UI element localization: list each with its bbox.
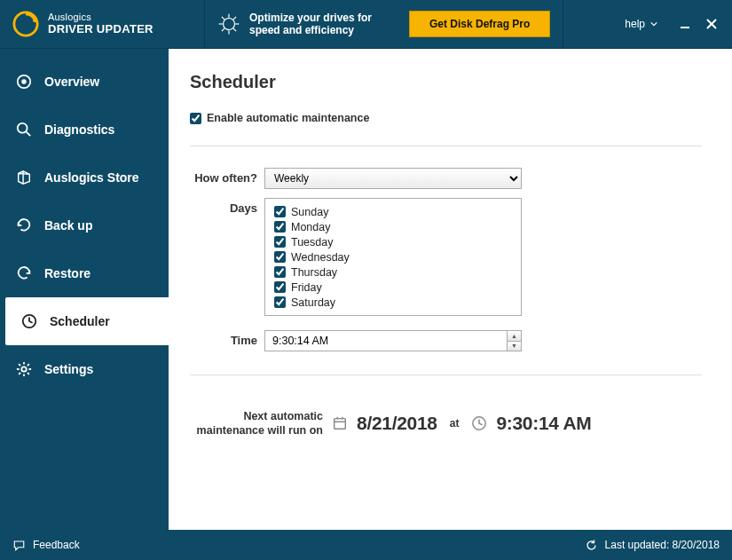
svg-point-16 <box>18 123 28 133</box>
last-updated: Last updated: 8/20/2018 <box>585 539 720 552</box>
product-name: DRIVER UPDATER <box>48 23 153 36</box>
day-row-sunday[interactable]: Sunday <box>274 204 512 219</box>
brand-name: Auslogics <box>48 12 153 23</box>
svg-line-10 <box>233 17 236 20</box>
target-icon <box>16 74 32 90</box>
header: Auslogics DRIVER UPDATER Optimize your d… <box>0 0 732 49</box>
day-checkbox[interactable] <box>274 251 286 263</box>
backup-icon <box>16 217 32 233</box>
day-checkbox[interactable] <box>274 266 286 278</box>
sidebar-item-overview[interactable]: Overview <box>0 58 169 106</box>
refresh-icon <box>585 539 598 552</box>
how-often-label: How often? <box>190 168 264 185</box>
feedback-link[interactable]: Feedback <box>12 539 80 552</box>
day-label: Thursday <box>291 266 337 279</box>
svg-point-0 <box>14 12 37 35</box>
speech-bubble-icon <box>12 539 26 552</box>
day-label: Monday <box>291 221 330 233</box>
day-row-wednesday[interactable]: Wednesday <box>274 249 512 264</box>
sidebar: Overview Diagnostics Auslogics Store Bac… <box>0 49 169 530</box>
sidebar-item-label: Back up <box>44 218 92 233</box>
svg-line-9 <box>222 28 224 31</box>
store-icon <box>16 170 32 185</box>
svg-line-8 <box>233 28 236 31</box>
minimize-button[interactable] <box>677 16 693 32</box>
day-row-tuesday[interactable]: Tuesday <box>274 234 512 249</box>
sidebar-item-diagnostics[interactable]: Diagnostics <box>0 106 169 154</box>
svg-line-17 <box>27 132 31 137</box>
last-updated-label: Last updated: 8/20/2018 <box>605 539 720 551</box>
day-row-friday[interactable]: Friday <box>274 280 512 295</box>
page-title: Scheduler <box>190 72 702 92</box>
logo-area: Auslogics DRIVER UPDATER <box>0 11 204 37</box>
sidebar-item-label: Settings <box>44 362 93 376</box>
days-label: Days <box>190 198 264 215</box>
enable-maintenance-checkbox[interactable] <box>190 113 201 124</box>
gear-icon <box>16 361 32 377</box>
next-run-time: 9:30:14 AM <box>496 413 591 434</box>
day-label: Friday <box>291 281 322 294</box>
time-up-button[interactable]: ▲ <box>508 331 521 342</box>
logo-text: Auslogics DRIVER UPDATER <box>48 12 153 36</box>
search-icon <box>16 122 32 138</box>
promo-banner: Optimize your drives for speed and effic… <box>204 0 563 48</box>
close-button[interactable] <box>704 16 720 32</box>
divider <box>190 146 702 146</box>
sidebar-item-label: Auslogics Store <box>44 170 139 185</box>
day-checkbox[interactable] <box>274 236 286 248</box>
calendar-icon <box>332 415 348 431</box>
window-controls <box>677 16 732 32</box>
day-checkbox[interactable] <box>274 296 286 308</box>
day-checkbox[interactable] <box>274 206 286 217</box>
day-label: Wednesday <box>291 251 350 264</box>
day-label: Saturday <box>291 296 335 309</box>
promo-text: Optimize your drives for speed and effic… <box>249 12 400 37</box>
day-checkbox[interactable] <box>274 281 286 293</box>
clock-icon <box>471 415 487 431</box>
sidebar-item-label: Overview <box>44 75 99 89</box>
logo-icon <box>12 11 39 37</box>
sidebar-item-backup[interactable]: Back up <box>0 201 169 249</box>
sidebar-item-restore[interactable]: Restore <box>0 249 169 297</box>
restore-icon <box>16 265 32 281</box>
footer: Feedback Last updated: 8/20/2018 <box>0 530 732 560</box>
get-disk-defrag-button[interactable]: Get Disk Defrag Pro <box>409 11 550 37</box>
sidebar-item-label: Diagnostics <box>44 122 114 137</box>
svg-point-19 <box>21 367 26 371</box>
svg-point-15 <box>21 79 26 83</box>
next-run-row: Next automatic maintenance will run on 8… <box>190 409 702 438</box>
day-row-monday[interactable]: Monday <box>274 219 512 234</box>
svg-point-2 <box>224 19 235 30</box>
how-often-select[interactable]: Weekly <box>264 168 522 189</box>
chevron-down-icon <box>650 20 657 28</box>
day-row-saturday[interactable]: Saturday <box>274 295 512 310</box>
time-stepper: ▲ ▼ <box>264 330 522 351</box>
time-input[interactable] <box>265 331 507 351</box>
sidebar-item-label: Scheduler <box>50 314 110 328</box>
help-dropdown[interactable]: help <box>625 18 677 30</box>
next-run-date: 8/21/2018 <box>357 413 437 434</box>
svg-rect-20 <box>335 419 346 430</box>
days-list: Sunday Monday Tuesday Wednesday Thursday… <box>264 198 522 316</box>
sidebar-item-label: Restore <box>44 266 91 280</box>
divider <box>190 375 702 375</box>
enable-maintenance-row[interactable]: Enable automatic maintenance <box>190 112 702 124</box>
time-down-button[interactable]: ▼ <box>508 342 521 351</box>
optimize-icon <box>217 12 240 35</box>
svg-point-1 <box>33 19 36 22</box>
day-checkbox[interactable] <box>274 221 286 233</box>
time-label: Time <box>190 330 264 347</box>
day-row-thursday[interactable]: Thursday <box>274 264 512 280</box>
sidebar-item-scheduler[interactable]: Scheduler <box>5 297 169 345</box>
day-label: Sunday <box>291 206 328 218</box>
day-label: Tuesday <box>291 236 333 248</box>
next-run-at: at <box>450 417 460 430</box>
sidebar-item-store[interactable]: Auslogics Store <box>0 154 169 201</box>
next-run-label: Next automatic maintenance will run on <box>190 409 323 438</box>
enable-maintenance-label: Enable automatic maintenance <box>207 112 369 124</box>
main-content: Scheduler Enable automatic maintenance H… <box>169 49 732 530</box>
sidebar-item-settings[interactable]: Settings <box>0 345 169 393</box>
svg-line-7 <box>222 17 224 20</box>
help-label: help <box>625 18 645 30</box>
feedback-label: Feedback <box>33 539 80 551</box>
